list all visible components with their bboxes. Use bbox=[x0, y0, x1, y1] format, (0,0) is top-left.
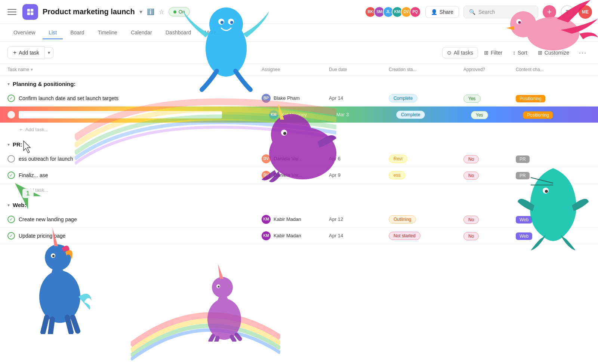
status-cell[interactable]: Complete bbox=[396, 108, 471, 122]
task-checkbox[interactable]: ✓ bbox=[7, 172, 15, 179]
status-badge[interactable]: Complete bbox=[396, 111, 425, 119]
help-button[interactable]: ? bbox=[561, 5, 574, 19]
header: Product marketing launch ▾ ℹ️ ☆ On BK SM… bbox=[0, 0, 598, 24]
app-logo[interactable] bbox=[22, 4, 38, 20]
status-badge[interactable]: Complete bbox=[389, 94, 417, 102]
task-checkbox[interactable]: ✓ bbox=[7, 232, 15, 240]
table-row: ✓ Update pricing page KM Kabir Madan Apr… bbox=[0, 228, 598, 244]
approved-cell[interactable]: No bbox=[463, 216, 516, 223]
content-tag-cell[interactable]: Positioning bbox=[516, 95, 591, 102]
content-tag-cell[interactable]: PR bbox=[516, 155, 591, 162]
status-badge[interactable]: Not started bbox=[389, 232, 420, 240]
content-tag-cell[interactable]: Positioning bbox=[523, 108, 598, 121]
section-title: Planning & positioning: bbox=[13, 81, 75, 87]
task-name[interactable]: ess outreach for launch bbox=[19, 156, 73, 162]
task-name-cell-editing bbox=[0, 108, 269, 121]
status-badge[interactable]: On bbox=[169, 7, 190, 16]
task-name[interactable]: Update pricing page bbox=[19, 233, 65, 239]
add-task-dropdown[interactable]: ▾ bbox=[45, 47, 53, 58]
content-tag[interactable]: PR bbox=[516, 155, 530, 163]
tab-overview[interactable]: Overview bbox=[7, 27, 41, 39]
content-tag-cell[interactable]: PR bbox=[516, 172, 591, 179]
sort-button[interactable]: ↕ Sort bbox=[508, 47, 532, 58]
task-name-cell: ess outreach for launch bbox=[7, 155, 262, 163]
star-icon[interactable]: ☆ bbox=[159, 8, 164, 15]
task-name[interactable]: Confirm launch date and set launch targe… bbox=[19, 95, 118, 101]
col-approved: Approved? bbox=[463, 67, 516, 72]
status-cell[interactable]: Complete bbox=[389, 94, 463, 102]
assignee-name: Kabir Madan bbox=[274, 233, 301, 238]
task-name[interactable]: Create new landing page bbox=[19, 216, 77, 222]
assignee-cell: KM Kat Mooney bbox=[269, 107, 336, 122]
filter-button[interactable]: ⊞ Filter bbox=[480, 47, 507, 58]
more-options-button[interactable]: ··· bbox=[575, 47, 591, 59]
search-icon: 🔍 bbox=[469, 9, 475, 15]
section-planning-header[interactable]: ▾ Planning & positioning: bbox=[0, 75, 598, 90]
search-box[interactable]: 🔍 Search bbox=[463, 6, 538, 18]
customize-button[interactable]: ⊞ Customize bbox=[533, 47, 574, 58]
content-tag[interactable]: Positioning bbox=[523, 111, 553, 119]
approved-badge[interactable]: Yes bbox=[463, 95, 481, 103]
section-web-header[interactable]: ▾ Web: bbox=[0, 197, 598, 211]
tab-more[interactable]: More... bbox=[198, 27, 227, 39]
approved-cell[interactable]: Yes bbox=[463, 95, 516, 102]
share-button[interactable]: 👤 Share bbox=[425, 6, 459, 18]
title-dropdown-icon[interactable]: ▾ bbox=[139, 8, 142, 15]
status-badge[interactable]: Outlining bbox=[389, 215, 416, 223]
add-task-button[interactable]: + Add task bbox=[7, 46, 45, 59]
status-cell[interactable]: Revi bbox=[389, 155, 463, 163]
task-name-cell: ✓ Confirm launch date and set launch tar… bbox=[7, 95, 262, 102]
tab-list[interactable]: List bbox=[43, 27, 63, 39]
approved-cell[interactable]: No bbox=[463, 232, 516, 239]
avatar[interactable]: PQ bbox=[410, 6, 421, 18]
info-icon[interactable]: ℹ️ bbox=[147, 8, 154, 15]
section-pr-header[interactable]: ▾ PR: bbox=[0, 136, 598, 151]
user-menu-avatar[interactable]: ME bbox=[579, 5, 592, 19]
task-checkbox[interactable]: ✓ bbox=[7, 95, 15, 102]
tab-calendar[interactable]: Calendar bbox=[125, 27, 158, 39]
col-task-name[interactable]: Task name ▾ bbox=[7, 67, 262, 72]
content-tag-cell[interactable]: Web bbox=[516, 216, 591, 223]
project-title[interactable]: Product marketing launch bbox=[43, 7, 135, 16]
add-button[interactable]: + bbox=[543, 5, 556, 19]
add-task-row[interactable]: + Add task... bbox=[0, 123, 598, 136]
approved-cell[interactable]: No bbox=[463, 155, 516, 162]
col-due-date: Due date bbox=[329, 67, 389, 72]
task-checkbox[interactable]: ✓ bbox=[7, 216, 15, 223]
content-tag[interactable]: PR bbox=[516, 172, 530, 179]
task-checkbox-editing[interactable] bbox=[7, 111, 15, 118]
tab-timeline[interactable]: Timeline bbox=[92, 27, 123, 39]
approved-badge[interactable]: No bbox=[463, 155, 479, 163]
content-tag[interactable]: Positioning bbox=[516, 95, 545, 102]
task-name-cell: ✓ Create new landing page bbox=[7, 216, 262, 223]
content-tag-cell[interactable]: Web bbox=[516, 232, 591, 239]
add-task-row[interactable]: + Add task... bbox=[0, 183, 598, 197]
assignee-cell: DV Daniela Var... bbox=[262, 154, 329, 163]
assignee-name: Kat Mooney bbox=[281, 112, 307, 117]
status-badge[interactable]: ess bbox=[389, 171, 406, 179]
approved-badge[interactable]: No bbox=[463, 216, 479, 224]
task-checkbox[interactable] bbox=[7, 155, 15, 163]
hamburger-button[interactable] bbox=[6, 6, 18, 18]
main-content: Task name ▾ Assignee Due date Creation s… bbox=[0, 64, 598, 364]
status-cell[interactable]: Not started bbox=[389, 232, 463, 240]
approved-cell[interactable]: No bbox=[463, 172, 516, 179]
team-avatars[interactable]: BK SM JL KM DV PQ bbox=[365, 6, 421, 18]
table-row: ✓ Create new landing page KM Kabir Madan… bbox=[0, 211, 598, 228]
status-cell[interactable]: Outlining bbox=[389, 215, 463, 223]
all-tasks-button[interactable]: ⊙ All tasks bbox=[442, 47, 478, 58]
approved-badge[interactable]: No bbox=[463, 172, 479, 180]
tab-board[interactable]: Board bbox=[64, 27, 90, 39]
status-badge[interactable]: Revi bbox=[389, 155, 407, 163]
task-name[interactable]: Finaliz... ase bbox=[19, 172, 48, 178]
approved-cell[interactable]: Yes bbox=[471, 108, 523, 121]
content-tag[interactable]: Web bbox=[516, 232, 532, 240]
add-task-group: + Add task ▾ bbox=[7, 46, 53, 59]
approved-badge[interactable]: No bbox=[463, 232, 479, 240]
section-chevron-icon: ▾ bbox=[7, 142, 10, 147]
tab-dashboard[interactable]: Dashboard bbox=[160, 27, 197, 39]
approved-badge[interactable]: Yes bbox=[471, 111, 488, 119]
task-name-input[interactable] bbox=[19, 111, 222, 118]
status-cell[interactable]: ess bbox=[389, 171, 463, 179]
content-tag[interactable]: Web bbox=[516, 216, 532, 223]
